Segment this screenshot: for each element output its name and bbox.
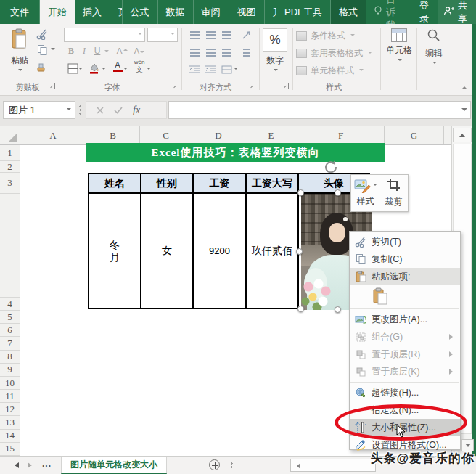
cut-button[interactable]	[35, 28, 49, 41]
row-header[interactable]: 11	[0, 390, 20, 403]
format-painter-button[interactable]	[35, 60, 49, 73]
collapse-ribbon-icon[interactable]	[461, 83, 467, 89]
selection-handle-top-left[interactable]	[298, 189, 304, 196]
borders-button[interactable]	[65, 62, 80, 75]
chevron-down-icon[interactable]	[78, 68, 83, 72]
chevron-down-icon[interactable]	[104, 50, 109, 54]
row-header[interactable]: 13	[0, 416, 20, 429]
row-header[interactable]: 5	[0, 311, 20, 324]
tab-data[interactable]: 数据	[158, 0, 194, 24]
tab-home[interactable]: 开始	[40, 0, 75, 24]
cancel-icon[interactable]	[97, 104, 104, 117]
sheet-nav-right-icon[interactable]	[28, 462, 35, 468]
formula-input[interactable]	[168, 101, 471, 119]
tab-insert[interactable]: 插入	[75, 0, 110, 24]
orientation-button[interactable]	[239, 28, 254, 41]
sheet-nav-left-icon[interactable]	[12, 462, 19, 468]
font-name-combo[interactable]	[64, 28, 145, 42]
tab-file[interactable]: 文件	[0, 0, 40, 24]
merge-center-button[interactable]	[219, 63, 234, 76]
selection-handle-bottom-middle[interactable]	[335, 306, 341, 313]
phonetic-guide-button[interactable]: wén 文	[132, 60, 147, 73]
paste-button[interactable]: 粘贴	[6, 28, 33, 79]
row-header[interactable]: 12	[0, 403, 20, 416]
shrink-font-button[interactable]: A	[132, 44, 147, 57]
scroll-up-button[interactable]	[453, 128, 472, 142]
number-format-button[interactable]: 数字	[260, 54, 290, 73]
tab-developer[interactable]: 开发工具	[265, 0, 277, 24]
new-sheet-button[interactable]	[209, 459, 220, 470]
align-top-button[interactable]	[187, 28, 202, 41]
keep-source-formatting-paste-icon[interactable]	[372, 287, 389, 306]
column-header-g[interactable]: G	[385, 126, 444, 144]
chevron-down-icon[interactable]	[51, 48, 55, 52]
select-all-button[interactable]	[0, 126, 20, 144]
column-header-e[interactable]: E	[245, 126, 298, 144]
formula-bar-expand-icon[interactable]	[461, 108, 467, 114]
column-header-a[interactable]: A	[20, 126, 86, 144]
wrap-text-button[interactable]	[239, 46, 254, 59]
percent-style-button[interactable]: %	[263, 28, 287, 52]
chevron-down-icon[interactable]	[147, 68, 151, 72]
share-button[interactable]: 共享	[438, 0, 476, 24]
row-header-tall[interactable]	[0, 194, 20, 298]
copy-button[interactable]	[35, 44, 49, 57]
row-header[interactable]: 14	[0, 430, 20, 443]
rotate-handle-icon[interactable]	[323, 159, 339, 175]
font-dialog-launcher[interactable]	[173, 83, 178, 89]
cell-salary[interactable]: 9200	[194, 194, 247, 308]
sign-in-button[interactable]: 登录	[411, 0, 438, 24]
row-header-3[interactable]: 3	[0, 173, 20, 194]
insert-function-button[interactable]: fx	[133, 105, 140, 116]
menu-item-cut[interactable]: 剪切(T)	[350, 233, 460, 250]
column-header-d[interactable]: D	[192, 126, 245, 144]
tell-me-button[interactable]: 告诉我...	[366, 0, 411, 24]
row-header-2[interactable]: 2	[0, 161, 20, 173]
column-header-c[interactable]: C	[140, 126, 192, 144]
table-header-gender[interactable]: 性别	[141, 174, 194, 192]
increase-indent-button[interactable]	[203, 63, 218, 76]
tab-picture-format[interactable]: 格式	[331, 0, 366, 24]
chevron-down-icon[interactable]	[234, 68, 238, 72]
enter-icon[interactable]	[114, 104, 123, 117]
row-header[interactable]: 15	[0, 443, 20, 456]
tab-view[interactable]: 视图	[229, 0, 265, 24]
scroll-left-icon[interactable]	[294, 463, 300, 469]
table-header-name[interactable]: 姓名	[89, 174, 141, 192]
italic-button[interactable]: I	[77, 44, 91, 57]
menu-item-hyperlink[interactable]: 超链接(H)...	[350, 384, 460, 401]
chevron-down-icon[interactable]	[123, 68, 128, 72]
crop-button[interactable]: 裁剪	[379, 175, 408, 211]
underline-button[interactable]: U	[90, 44, 104, 57]
row-header[interactable]: 8	[0, 351, 20, 364]
tab-page-layout[interactable]: 页面布局	[110, 0, 123, 24]
row-header-1[interactable]: 1	[0, 145, 20, 161]
row-header[interactable]: 6	[0, 324, 20, 337]
tab-pdf-tools[interactable]: PDF工具	[276, 0, 331, 24]
title-banner-cell[interactable]: Excel使用技巧：表格竖列变横向	[86, 143, 385, 162]
picture-style-button[interactable]: 样式	[351, 175, 379, 211]
tab-review[interactable]: 审阅	[194, 0, 229, 24]
tab-bar-grip[interactable]	[231, 462, 233, 470]
cell-name[interactable]: 冬月	[89, 194, 141, 308]
row-header[interactable]: 7	[0, 337, 20, 350]
row-header[interactable]: 9	[0, 364, 20, 377]
row-header[interactable]: 4	[0, 298, 20, 311]
selection-handle-bottom-left[interactable]	[298, 306, 304, 312]
cell-styles-button[interactable]: 单元格样式	[296, 65, 364, 77]
decrease-indent-button[interactable]	[187, 63, 202, 76]
align-middle-button[interactable]	[203, 28, 218, 41]
selection-handle-top-middle[interactable]	[335, 189, 341, 196]
font-size-combo[interactable]	[147, 28, 178, 42]
name-box[interactable]: 图片 1	[3, 101, 75, 119]
chevron-down-icon[interactable]	[102, 68, 106, 72]
align-left-button[interactable]	[187, 46, 202, 59]
column-header-f[interactable]: F	[298, 126, 385, 144]
conditional-formatting-button[interactable]: 条件格式	[296, 30, 355, 42]
cell-salary-caps[interactable]: 玖仟贰佰	[247, 194, 299, 308]
grow-font-button[interactable]: A	[115, 44, 129, 57]
editing-button[interactable]: 编辑	[419, 28, 448, 66]
sheet-tab-overflow-button[interactable]: ...	[42, 459, 52, 469]
sheet-tab-active[interactable]: 图片随单元格改变大小	[61, 457, 167, 474]
font-color-button[interactable]: A	[110, 60, 125, 73]
